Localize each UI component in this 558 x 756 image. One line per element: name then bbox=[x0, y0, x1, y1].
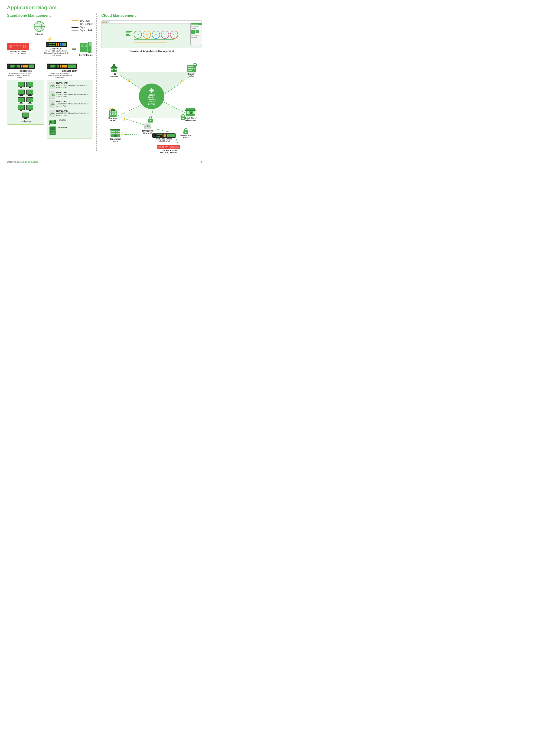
svg-rect-126 bbox=[52, 131, 53, 132]
k12-sublabel: Campus bbox=[110, 75, 118, 77]
switch-right-desc: 24-port GbE PoE Lite-L3 Smart Managed Sw… bbox=[47, 72, 72, 78]
svg-rect-31 bbox=[56, 43, 57, 46]
svg-rect-225 bbox=[164, 134, 165, 137]
svg-rect-107 bbox=[61, 65, 63, 68]
svg-rect-150 bbox=[113, 70, 115, 72]
svg-rect-62 bbox=[20, 87, 22, 88]
lock-svg-2 bbox=[180, 114, 186, 120]
hotel-sublabel: Hotel bbox=[110, 119, 116, 122]
svg-rect-79 bbox=[18, 105, 25, 110]
svg-rect-69 bbox=[20, 96, 23, 96]
svg-rect-213 bbox=[157, 134, 158, 135]
firewall-device: USG FLEX 200H USG FLEX Firewall bbox=[7, 44, 29, 55]
switch-right-svg bbox=[47, 63, 77, 69]
monitor-5 bbox=[18, 97, 25, 104]
right-switch-area: XGS1935-28HP 24-port GbE PoE Lite-L3 Sma… bbox=[47, 63, 93, 139]
svg-rect-30 bbox=[54, 45, 55, 46]
svg-rect-133 bbox=[54, 134, 55, 135]
mgmt-traffic-area: Management Traffic bbox=[179, 128, 193, 138]
svg-rect-240 bbox=[170, 146, 172, 148]
monitor-9 bbox=[22, 112, 29, 119]
svg-rect-96 bbox=[57, 65, 57, 66]
cloud-diagram: K-12 Campus bbox=[101, 53, 202, 151]
svg-rect-78 bbox=[28, 103, 31, 104]
footer-label: Datasheet bbox=[7, 160, 19, 163]
switch-left-model: XGS1935-52 bbox=[7, 70, 44, 72]
legend: 10G Fiber 10G Copper Gigabit Gigabit PoE bbox=[72, 20, 93, 32]
firewall-rect bbox=[7, 44, 29, 50]
branch-node: Branch Office bbox=[183, 63, 200, 77]
svg-rect-61 bbox=[18, 82, 25, 87]
svg-rect-67 bbox=[18, 90, 25, 94]
legend-gigabit: Gigabit bbox=[72, 26, 93, 29]
svg-rect-104 bbox=[57, 66, 57, 68]
svg-rect-125 bbox=[50, 131, 52, 132]
monitor-svg-1 bbox=[18, 82, 25, 88]
svg-rect-10 bbox=[16, 46, 17, 46]
svg-point-112 bbox=[52, 85, 54, 86]
svg-rect-25 bbox=[54, 43, 55, 44]
internet-label: Internet bbox=[35, 33, 43, 35]
svg-rect-185 bbox=[186, 108, 195, 110]
mobile-header: Dashboard bbox=[191, 23, 202, 25]
svg-rect-203 bbox=[111, 133, 113, 134]
lock-2 bbox=[180, 114, 186, 120]
left-switch-area: XGS1935-52 48-port GbE Lite-L3 Smart Man… bbox=[7, 63, 44, 139]
svg-rect-201 bbox=[116, 131, 118, 132]
svg-rect-18 bbox=[25, 45, 26, 48]
switch-top-device: XS1930-12F 10-port 10G Lite-L3 Smart Man… bbox=[44, 42, 69, 56]
svg-rect-220 bbox=[156, 136, 157, 137]
bolt-branch: ⚡ bbox=[179, 79, 183, 83]
svg-rect-155 bbox=[190, 66, 192, 67]
svg-rect-198 bbox=[110, 129, 120, 130]
retail-label: Retail Store/ bbox=[184, 117, 197, 119]
server-farms-device: Server Farms bbox=[79, 42, 93, 56]
svg-rect-230 bbox=[157, 146, 160, 148]
svg-rect-131 bbox=[50, 134, 52, 135]
usg-label: USG FLEX 200H bbox=[161, 149, 177, 152]
monitor-svg-8 bbox=[26, 105, 33, 111]
svg-rect-228 bbox=[168, 134, 175, 137]
retail-sublabel: Teleworker bbox=[185, 119, 196, 122]
svg-rect-149 bbox=[112, 64, 116, 65]
ap-svg-2 bbox=[49, 91, 55, 99]
svg-rect-124 bbox=[50, 127, 55, 130]
footer-text: Datasheet XGS1935 Series bbox=[7, 160, 38, 163]
mobile-phone-mock: Dashboard Subscriptions 3 Online 70+ Gat… bbox=[191, 23, 202, 46]
svg-rect-82 bbox=[26, 105, 33, 110]
lightning-bolt-hotel: ⚡ bbox=[122, 117, 126, 121]
svg-rect-103 bbox=[55, 66, 56, 68]
ap-item-1: NWA110AX AX1800 WiFi 6 Dual-Radio Nebula… bbox=[49, 82, 90, 89]
svg-rect-11 bbox=[17, 46, 18, 46]
svg-rect-216 bbox=[160, 134, 161, 135]
svg-rect-73 bbox=[18, 98, 25, 102]
svg-rect-55 bbox=[19, 66, 20, 68]
monitor-3 bbox=[18, 89, 25, 96]
server-lines bbox=[72, 48, 76, 50]
svg-rect-209 bbox=[153, 134, 154, 137]
svg-rect-215 bbox=[159, 134, 160, 135]
browser-area: 10 93 11 4 0 D bbox=[101, 21, 202, 48]
branch-label: Branch bbox=[188, 73, 195, 75]
svg-rect-231 bbox=[160, 146, 161, 147]
usg-node: USG FLEX 200H USG FLEX Firewall bbox=[155, 145, 182, 154]
monitor-row-5 bbox=[9, 112, 42, 119]
svg-rect-81 bbox=[20, 111, 23, 111]
legend-10g-copper-label: 10G Copper bbox=[80, 23, 93, 25]
switch-right-model: XGS1935-28HP bbox=[47, 70, 93, 72]
svg-marker-120 bbox=[54, 119, 56, 124]
svg-rect-15 bbox=[15, 47, 15, 47]
svg-rect-57 bbox=[23, 65, 24, 68]
vert-line-1 bbox=[46, 57, 46, 62]
svg-rect-162 bbox=[188, 70, 190, 71]
retail-icon bbox=[185, 107, 196, 117]
svg-rect-77 bbox=[29, 102, 31, 103]
svg-rect-176 bbox=[110, 111, 111, 112]
ap-text-3: NWA110AX AX1800 WiFi 6 Dual-Radio Nebula… bbox=[56, 101, 91, 107]
svg-rect-58 bbox=[24, 65, 26, 68]
svg-point-168 bbox=[149, 90, 151, 91]
svg-rect-12 bbox=[19, 46, 20, 46]
svg-rect-43 bbox=[16, 65, 17, 66]
browser-bar bbox=[101, 21, 202, 24]
svg-rect-236 bbox=[168, 146, 168, 147]
